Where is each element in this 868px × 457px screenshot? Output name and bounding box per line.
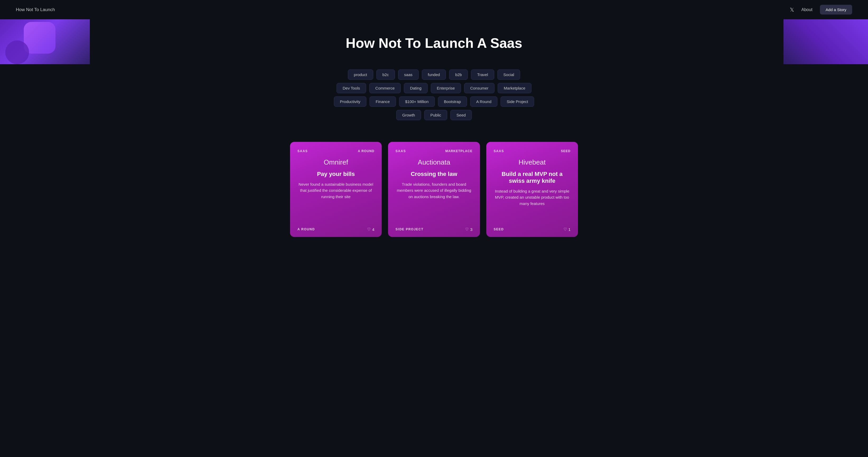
tags-section: product b2c saas funded b2b Travel Socia… [289, 64, 579, 131]
nav-about[interactable]: About [801, 7, 812, 12]
card-auctionata-desc: Trade violations, founders and board mem… [396, 181, 472, 220]
tag-funded[interactable]: funded [422, 69, 446, 80]
card-omniref-bottom: A ROUND ♡ 4 [298, 227, 374, 232]
card-omniref-likes: ♡ 4 [367, 227, 374, 232]
card-auctionata[interactable]: SAAS MARKETPLACE Auctionata Crossing the… [388, 142, 480, 237]
nav-logo: How Not To Launch [16, 7, 55, 12]
tag-product[interactable]: product [348, 69, 373, 80]
card-hivebeat[interactable]: SAAS SEED Hivebeat Build a real MVP not … [486, 142, 578, 237]
tag-bootstrap[interactable]: Bootstrap [438, 96, 467, 107]
tag-b2b[interactable]: b2b [449, 69, 468, 80]
hero-section: How Not To Launch A Saas [0, 19, 868, 64]
hero-title-bold: Saas [490, 35, 522, 51]
card-auctionata-title: Crossing the law [396, 171, 472, 178]
card-auctionata-category: SAAS [396, 149, 406, 153]
card-hivebeat-title: Build a real MVP not a swiss army knife [494, 171, 570, 184]
tag-enterprise[interactable]: Enterprise [431, 83, 461, 93]
tag-marketplace[interactable]: Marketplace [498, 83, 531, 93]
card-omniref-top: SAAS A ROUND [298, 149, 374, 153]
card-hivebeat-tag: SEED [561, 149, 570, 153]
tags-row-2: Dev Tools Commerce Dating Enterprise Con… [299, 83, 569, 93]
card-hivebeat-round: SEED [494, 227, 504, 231]
navbar: How Not To Launch 𝕏 About Add a Story [0, 0, 868, 19]
card-hivebeat-company: Hivebeat [494, 158, 570, 166]
tag-consumer[interactable]: Consumer [464, 83, 495, 93]
card-auctionata-company: Auctionata [396, 158, 472, 166]
cards-section: SAAS A ROUND Omniref Pay your bills Neve… [282, 136, 586, 242]
tag-social[interactable]: Social [497, 69, 520, 80]
card-omniref-title: Pay your bills [298, 171, 374, 178]
card-omniref-round: A ROUND [298, 227, 315, 231]
card-auctionata-bottom: SIDE PROJECT ♡ 3 [396, 227, 472, 232]
card-hivebeat-likes: ♡ 1 [563, 227, 570, 232]
card-auctionata-likes-count: 3 [470, 227, 472, 232]
card-omniref-category: SAAS [298, 149, 308, 153]
tag-travel[interactable]: Travel [471, 69, 494, 80]
tags-row-4: Growth Public Seed [299, 110, 569, 120]
card-hivebeat-category: SAAS [494, 149, 504, 153]
card-auctionata-top: SAAS MARKETPLACE [396, 149, 472, 153]
tag-finance[interactable]: Finance [370, 96, 396, 107]
tag-seed[interactable]: Seed [451, 110, 472, 120]
card-omniref-company: Omniref [298, 158, 374, 166]
card-hivebeat-likes-count: 1 [568, 227, 570, 232]
heart-icon-2: ♡ [465, 227, 469, 232]
tag-productivity[interactable]: Productivity [334, 96, 367, 107]
tag-saas[interactable]: saas [398, 69, 419, 80]
tag-100m[interactable]: $100+ Million [399, 96, 435, 107]
tag-b2c[interactable]: b2c [376, 69, 395, 80]
tags-row-3: Productivity Finance $100+ Million Boots… [299, 96, 569, 107]
hero-title-prefix: How Not To Launch A [346, 35, 490, 51]
card-omniref[interactable]: SAAS A ROUND Omniref Pay your bills Neve… [290, 142, 382, 237]
card-auctionata-tag: MARKETPLACE [445, 149, 472, 153]
card-hivebeat-desc: Instead of building a great and very sim… [494, 188, 570, 220]
tag-commerce[interactable]: Commerce [369, 83, 401, 93]
tag-growth[interactable]: Growth [396, 110, 421, 120]
twitter-icon[interactable]: 𝕏 [790, 7, 794, 13]
card-auctionata-round: SIDE PROJECT [396, 227, 424, 231]
hero-title: How Not To Launch A Saas [0, 30, 868, 51]
nav-right: 𝕏 About Add a Story [790, 5, 852, 14]
heart-icon: ♡ [367, 227, 371, 232]
tag-a-round[interactable]: A Round [470, 96, 498, 107]
tag-dev-tools[interactable]: Dev Tools [337, 83, 366, 93]
tag-dating[interactable]: Dating [404, 83, 427, 93]
card-omniref-likes-count: 4 [372, 227, 374, 232]
tag-public[interactable]: Public [424, 110, 447, 120]
card-auctionata-likes: ♡ 3 [465, 227, 472, 232]
tags-row-1: product b2c saas funded b2b Travel Socia… [299, 69, 569, 80]
card-hivebeat-top: SAAS SEED [494, 149, 570, 153]
card-hivebeat-bottom: SEED ♡ 1 [494, 227, 570, 232]
card-omniref-desc: Never found a sustainable business model… [298, 181, 374, 220]
card-omniref-tag: A ROUND [358, 149, 375, 153]
tag-side-project[interactable]: Side Project [501, 96, 534, 107]
add-story-button[interactable]: Add a Story [820, 5, 852, 14]
heart-icon-3: ♡ [563, 227, 567, 232]
